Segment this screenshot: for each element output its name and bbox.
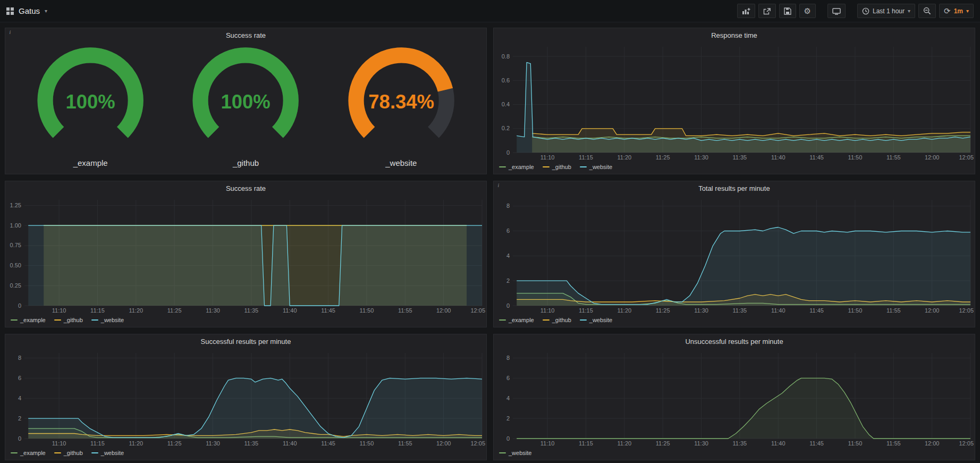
info-icon[interactable]: i <box>7 29 13 35</box>
legend-series-color <box>91 452 98 453</box>
panel-title[interactable]: Successful results per minute <box>5 334 486 349</box>
panel-title[interactable]: Total results per minute <box>494 181 975 196</box>
add-panel-button[interactable] <box>737 4 755 18</box>
svg-text:11:20: 11:20 <box>129 307 143 314</box>
gear-icon: ⚙ <box>804 7 811 15</box>
panel-title[interactable]: Response time <box>494 28 975 43</box>
svg-text:78.34%: 78.34% <box>368 91 434 113</box>
gauge-label: _example <box>73 157 108 170</box>
svg-text:12:00: 12:00 <box>925 440 940 447</box>
legend-item[interactable]: _github <box>54 317 83 323</box>
svg-text:8: 8 <box>506 203 510 209</box>
panel-total-results: i Total results per minute 0246811:1011:… <box>493 181 975 327</box>
legend-item[interactable]: _website <box>91 317 124 323</box>
panel-title-text: Success rate <box>226 31 266 39</box>
info-icon[interactable]: i <box>495 182 502 188</box>
gauge-label: _website <box>385 157 417 170</box>
panel-title[interactable]: Unsuccessful results per minute <box>494 334 975 349</box>
svg-text:11:40: 11:40 <box>283 307 297 314</box>
svg-text:4: 4 <box>506 395 510 401</box>
dashboard-grid-icon[interactable] <box>6 7 14 15</box>
svg-text:11:35: 11:35 <box>244 307 259 314</box>
gauge-label: _github <box>233 157 259 170</box>
gauge-arc: 78.34% <box>324 44 479 157</box>
panel-title[interactable]: Success rate <box>5 181 486 196</box>
svg-text:0.6: 0.6 <box>502 77 510 83</box>
gauge-github[interactable]: 100% _github <box>168 44 323 170</box>
legend-series-color <box>580 166 587 167</box>
svg-text:11:10: 11:10 <box>52 440 66 447</box>
svg-text:0.8: 0.8 <box>502 53 510 60</box>
legend-item[interactable]: _github <box>543 317 571 323</box>
settings-button[interactable]: ⚙ <box>799 4 816 18</box>
panel-title-text: Total results per minute <box>698 184 770 192</box>
svg-text:11:20: 11:20 <box>617 440 631 447</box>
svg-text:11:55: 11:55 <box>886 307 901 314</box>
svg-text:11:40: 11:40 <box>771 440 785 447</box>
dashboard-title[interactable]: Gatus <box>19 6 40 15</box>
legend-series-name: _github <box>64 450 83 456</box>
svg-text:12:05: 12:05 <box>959 440 974 447</box>
svg-text:11:25: 11:25 <box>656 440 670 447</box>
legend-item[interactable]: _website <box>580 317 612 323</box>
panel-title[interactable]: Success rate <box>5 28 486 43</box>
svg-text:11:55: 11:55 <box>398 307 412 314</box>
svg-text:11:55: 11:55 <box>886 154 901 161</box>
legend-item[interactable]: _website <box>499 450 531 456</box>
legend-series-color <box>54 319 61 321</box>
svg-text:11:20: 11:20 <box>129 440 143 447</box>
refresh-button[interactable]: ⟳ 1m ▾ <box>939 4 974 18</box>
legend-series-color <box>54 452 61 453</box>
svg-text:11:25: 11:25 <box>656 154 670 161</box>
svg-text:11:10: 11:10 <box>52 307 66 314</box>
legend-item[interactable]: _github <box>543 164 571 170</box>
success-rate-chart[interactable]: 00.250.500.751.001.2511:1011:1511:2011:2… <box>5 196 486 315</box>
legend-item[interactable]: _example <box>499 317 534 323</box>
legend-series-name: _website <box>589 164 612 170</box>
tv-mode-button[interactable] <box>827 4 846 18</box>
gauge-example[interactable]: 100% _example <box>13 44 168 170</box>
total-results-chart[interactable]: 0246811:1011:1511:2011:2511:3011:3511:40… <box>494 196 975 315</box>
chart-legend: _website <box>494 448 975 460</box>
legend-item[interactable]: _website <box>580 164 612 170</box>
chevron-down-icon[interactable]: ▾ <box>45 9 47 14</box>
svg-text:2: 2 <box>18 415 21 422</box>
zoom-out-button[interactable] <box>918 4 936 18</box>
legend-series-color <box>11 452 18 453</box>
chevron-down-icon: ▾ <box>966 8 969 14</box>
legend-item[interactable]: _example <box>11 317 46 323</box>
svg-text:11:35: 11:35 <box>733 307 747 314</box>
svg-text:11:15: 11:15 <box>579 307 593 314</box>
svg-text:100%: 100% <box>66 91 115 113</box>
share-icon <box>763 7 771 15</box>
save-button[interactable] <box>779 4 796 18</box>
chart-legend: _example_github_website <box>5 448 486 460</box>
refresh-icon: ⟳ <box>944 7 951 15</box>
unsuccessful-results-chart[interactable]: 0246811:1011:1511:2011:2511:3011:3511:40… <box>494 349 975 448</box>
chart-legend: _example_github_website <box>5 315 486 327</box>
svg-text:12:05: 12:05 <box>470 307 485 314</box>
svg-text:11:15: 11:15 <box>579 154 593 161</box>
svg-text:11:25: 11:25 <box>167 307 182 314</box>
svg-text:11:50: 11:50 <box>360 440 374 447</box>
time-range-button[interactable]: Last 1 hour ▾ <box>857 4 915 18</box>
gauge-website[interactable]: 78.34% _website <box>324 44 479 170</box>
legend-item[interactable]: _website <box>91 450 124 456</box>
share-button[interactable] <box>758 4 776 18</box>
svg-text:11:35: 11:35 <box>244 440 259 447</box>
svg-text:11:20: 11:20 <box>617 154 631 161</box>
legend-item[interactable]: _example <box>499 164 534 170</box>
panel-unsuccessful-results: Unsuccessful results per minute 0246811:… <box>493 334 975 460</box>
legend-item[interactable]: _github <box>54 450 83 456</box>
svg-text:11:45: 11:45 <box>809 307 824 314</box>
successful-results-chart[interactable]: 0246811:1011:1511:2011:2511:3011:3511:40… <box>5 349 486 448</box>
svg-text:2: 2 <box>506 415 510 422</box>
legend-item[interactable]: _example <box>11 450 46 456</box>
chart-legend: _example_github_website <box>494 315 975 327</box>
legend-series-color <box>543 319 550 321</box>
svg-text:1.00: 1.00 <box>10 222 21 229</box>
response-time-chart[interactable]: 00.20.40.60.811:1011:1511:2011:2511:3011… <box>494 43 975 162</box>
panel-successful-results: Successful results per minute 0246811:10… <box>5 334 487 460</box>
panel-title-text: Response time <box>711 31 757 39</box>
legend-series-color <box>543 166 550 167</box>
